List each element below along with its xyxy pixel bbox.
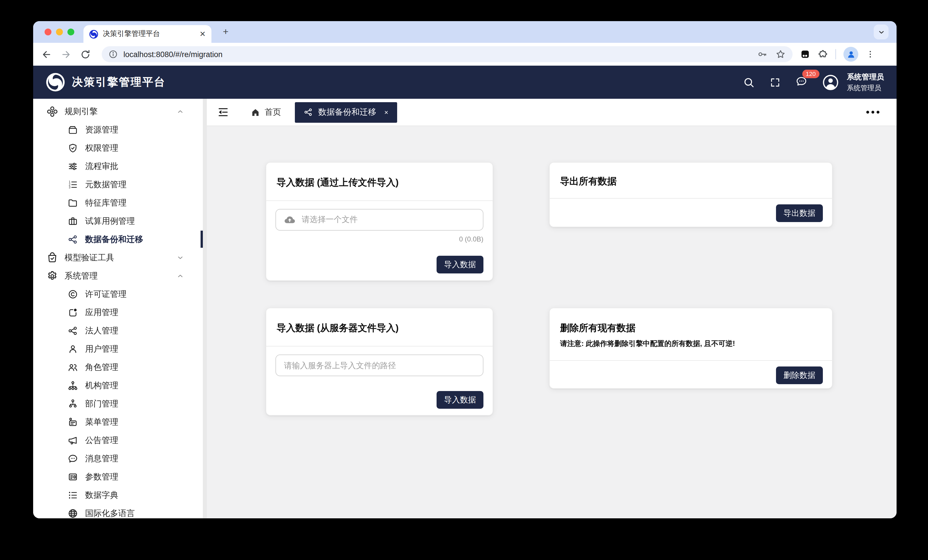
- sidebar-item-0-2[interactable]: 流程审批: [33, 157, 207, 175]
- cloud-upload-icon: [284, 214, 295, 225]
- chat-dots-icon: [67, 453, 78, 464]
- sidebar-item-2-12[interactable]: 国际化多语言: [33, 504, 207, 518]
- sidebar-item-0-6[interactable]: 数据备份和迁移: [33, 230, 207, 248]
- delete-data-button[interactable]: 删除数据: [776, 367, 823, 384]
- new-tab-button[interactable]: +: [220, 26, 232, 38]
- sidebar-item-2-1[interactable]: 应用管理: [33, 303, 207, 321]
- card-import-server: 导入数据 (从服务器文件导入) 导入数据: [266, 308, 493, 415]
- browser-menu-kebab-icon[interactable]: [866, 49, 875, 59]
- sidebar-item-0-1[interactable]: 权限管理: [33, 139, 207, 157]
- card-header: 导入数据 (从服务器文件导入): [266, 308, 493, 347]
- sidebar-item-label: 试算用例管理: [85, 216, 135, 226]
- sidebar-group-label: 规则引擎: [64, 106, 98, 117]
- sidebar-item-0-5[interactable]: 试算用例管理: [33, 212, 207, 230]
- tab-options-ellipsis-icon[interactable]: [866, 111, 879, 114]
- back-icon[interactable]: [41, 49, 52, 60]
- tab-active-migration[interactable]: 数据备份和迁移 ×: [295, 102, 397, 122]
- tab-home[interactable]: 首页: [245, 102, 287, 122]
- url-bar[interactable]: localhost:8080/#/re/migration: [102, 46, 792, 62]
- sidebar-item-label: 流程审批: [85, 161, 118, 172]
- chevron-down-icon: [177, 254, 184, 261]
- site-info-icon[interactable]: [108, 50, 118, 59]
- card-header: 导出所有数据: [550, 163, 832, 199]
- card-body: 导入数据: [266, 347, 493, 415]
- sidebar-group-1[interactable]: 模型验证工具: [33, 248, 207, 266]
- sidebar-item-2-2[interactable]: 法人管理: [33, 321, 207, 340]
- sidebar-item-2-7[interactable]: 菜单管理: [33, 413, 207, 431]
- ordered-list-icon: 123: [67, 179, 78, 190]
- zoom-window-button[interactable]: [67, 29, 74, 35]
- tab-search-button[interactable]: [874, 24, 888, 40]
- card-title: 导入数据 (通过上传文件导入): [276, 177, 482, 189]
- sidebar-group-label: 系统管理: [64, 270, 98, 281]
- screen: 决策引擎管理平台 ✕ +: [0, 0, 928, 560]
- sidebar-item-2-3[interactable]: 用户管理: [33, 340, 207, 358]
- share-icon: [67, 325, 78, 336]
- sidebar-item-2-0[interactable]: 许可证管理: [33, 285, 207, 303]
- sidebar-item-2-4[interactable]: 角色管理: [33, 358, 207, 376]
- sidebar-group-0[interactable]: 规则引擎: [33, 102, 207, 120]
- favicon: [89, 29, 98, 38]
- extensions-puzzle-icon[interactable]: [818, 49, 828, 59]
- user-avatar-icon[interactable]: [822, 74, 839, 90]
- main-column: 首页 数据备份和迁移 × 导入数据 (通过上传文件导入): [207, 99, 897, 518]
- profile-person-icon: [846, 49, 856, 59]
- card-title: 导出所有数据: [560, 175, 822, 188]
- user-info[interactable]: 系统管理员 系统管理员: [847, 72, 884, 93]
- file-select-input[interactable]: 请选择一个文件: [275, 209, 484, 231]
- tab-home-label: 首页: [264, 107, 281, 117]
- messages-button[interactable]: 120: [795, 75, 807, 89]
- sidebar-item-2-6[interactable]: 部门管理: [33, 394, 207, 413]
- browser-profile-avatar[interactable]: [843, 47, 858, 62]
- menu-fold-icon[interactable]: [217, 106, 229, 118]
- sidebar-item-2-11[interactable]: 数据字典: [33, 486, 207, 504]
- fullscreen-icon[interactable]: [770, 77, 781, 88]
- briefcase-icon: [67, 216, 78, 226]
- bookmark-star-icon[interactable]: [775, 49, 786, 59]
- server-path-input[interactable]: [275, 355, 484, 376]
- reload-icon[interactable]: [80, 49, 91, 60]
- export-data-button[interactable]: 导出数据: [776, 204, 823, 222]
- globe-icon: [67, 508, 78, 518]
- forward-icon[interactable]: [61, 49, 72, 60]
- sidebar-item-0-4[interactable]: 特征库管理: [33, 193, 207, 212]
- sidebar-item-2-9[interactable]: 消息管理: [33, 449, 207, 467]
- import-data-button[interactable]: 导入数据: [437, 256, 484, 274]
- sidebar-item-0-0[interactable]: 资源管理: [33, 120, 207, 139]
- sidebar-item-2-5[interactable]: 机构管理: [33, 376, 207, 394]
- search-icon[interactable]: [743, 76, 755, 88]
- url-text[interactable]: localhost:8080/#/re/migration: [124, 50, 757, 58]
- close-window-button[interactable]: [44, 29, 52, 35]
- tab-close-icon[interactable]: ✕: [200, 30, 206, 38]
- card-body: 请选择一个文件 0 (0.0B) 导入数据: [266, 201, 493, 281]
- sidebar-item-2-8[interactable]: 公告管理: [33, 431, 207, 449]
- page-content: 导入数据 (通过上传文件导入) 请选择一个文件 0 (0.0B): [207, 126, 897, 518]
- extension-app-icon[interactable]: [800, 49, 810, 59]
- sidebar-group-2[interactable]: 系统管理: [33, 266, 207, 285]
- param-icon: [67, 471, 78, 482]
- tab-active-label: 数据备份和迁移: [318, 107, 376, 117]
- sidebar-group-label: 模型验证工具: [64, 252, 114, 263]
- minimize-window-button[interactable]: [56, 29, 63, 35]
- sidebar-item-label: 数据备份和迁移: [85, 234, 143, 245]
- app-header: 决策引擎管理平台 120 系统管理员: [33, 65, 897, 99]
- department-icon: [67, 398, 78, 409]
- import-data-button[interactable]: 导入数据: [437, 391, 484, 409]
- file-placeholder: 请选择一个文件: [302, 215, 358, 225]
- home-icon: [251, 108, 260, 117]
- menu-card-icon: [67, 417, 78, 427]
- bag-check-icon: [46, 251, 58, 263]
- sidebar-item-label: 用户管理: [85, 343, 118, 354]
- tab-close-icon[interactable]: ×: [384, 108, 388, 116]
- password-key-icon[interactable]: [757, 49, 768, 59]
- sidebar-item-2-10[interactable]: 参数管理: [33, 467, 207, 486]
- sidebar-item-0-3[interactable]: 123元数据管理: [33, 175, 207, 193]
- sidebar-item-label: 角色管理: [85, 362, 118, 373]
- sidebar-item-label: 机构管理: [85, 380, 118, 391]
- user-icon: [67, 343, 78, 354]
- sidebar-item-label: 许可证管理: [85, 289, 127, 300]
- app-title: 决策引擎管理平台: [72, 75, 743, 90]
- card-body: 删除数据: [550, 361, 832, 389]
- sliders-icon: [67, 161, 78, 172]
- browser-tab[interactable]: 决策引擎管理平台 ✕: [84, 25, 211, 43]
